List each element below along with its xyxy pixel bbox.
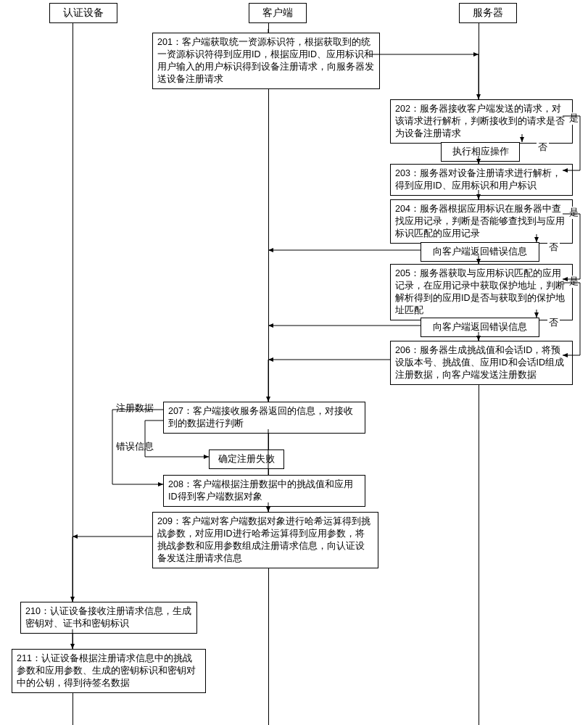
label-204-yes: 是	[568, 207, 580, 219]
step-210: 210：认证设备接收注册请求信息，生成密钥对、证书和密钥标识	[20, 602, 197, 634]
step-203: 203：服务器对设备注册请求进行解析，得到应用ID、应用标识和用户标识	[390, 164, 573, 196]
label-205-yes: 是	[568, 276, 580, 288]
lifeline-client	[268, 22, 269, 725]
step-205a: 向客户端返回错误信息	[421, 318, 539, 337]
step-204a: 向客户端返回错误信息	[421, 242, 539, 262]
lane-auth: 认证设备	[49, 3, 117, 23]
step-209: 209：客户端对客户端数据对象进行哈希运算得到挑战参数，对应用ID进行哈希运算得…	[152, 512, 378, 568]
step-201: 201：客户端获取统一资源标识符，根据获取到的统一资源标识符得到应用ID，根据应…	[152, 33, 380, 89]
step-208: 208：客户端根据注册数据中的挑战值和应用ID得到客户端数据对象	[163, 475, 365, 507]
lane-client: 客户端	[249, 3, 307, 23]
step-204: 204：服务器根据应用标识在服务器中查找应用记录，判断是否能够查找到与应用标识匹…	[390, 199, 573, 244]
label-204-no: 否	[547, 241, 560, 254]
label-err-info: 错误信息	[115, 441, 155, 453]
lane-server: 服务器	[459, 3, 517, 23]
step-206: 206：服务器生成挑战值和会话ID，将预设版本号、挑战值、应用ID和会话ID组成…	[390, 341, 573, 385]
label-202-no: 否	[537, 141, 549, 154]
step-202: 202：服务器接收客户端发送的请求，对该请求进行解析，判断接收到的请求是否为设备…	[390, 99, 573, 144]
step-211: 211：认证设备根据注册请求信息中的挑战参数和应用参数、生成的密钥标识和密钥对中…	[12, 649, 206, 693]
step-205: 205：服务器获取与应用标识匹配的应用记录，在应用记录中获取保护地址，判断解析得…	[390, 264, 573, 320]
label-reg-data: 注册数据	[115, 402, 155, 415]
label-205-no: 否	[547, 317, 560, 329]
label-202-yes: 是	[568, 112, 580, 125]
step-202a: 执行相应操作	[441, 142, 520, 162]
step-207: 207：客户端接收服务器返回的信息，对接收到的数据进行判断	[163, 402, 365, 434]
step-207a: 确定注册失败	[209, 450, 284, 469]
